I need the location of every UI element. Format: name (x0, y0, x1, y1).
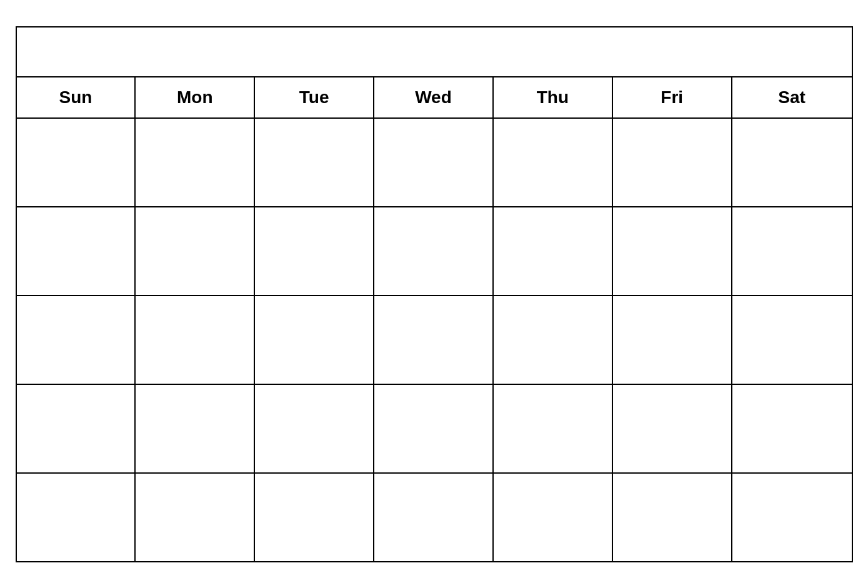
cell-row4-fri[interactable] (613, 385, 732, 472)
cell-row1-fri[interactable] (613, 119, 732, 206)
cell-row1-wed[interactable] (374, 119, 494, 206)
cell-row4-mon[interactable] (136, 385, 255, 472)
cell-row3-fri[interactable] (613, 296, 732, 384)
cell-row1-mon[interactable] (136, 119, 255, 206)
header-mon: Mon (136, 77, 255, 117)
cell-row2-sat[interactable] (732, 207, 852, 295)
cell-row4-sun[interactable] (17, 385, 136, 472)
calendar-row-5 (17, 474, 852, 561)
cell-row5-sat[interactable] (732, 474, 852, 561)
header-wed: Wed (374, 77, 494, 117)
calendar-body (17, 119, 852, 561)
cell-row2-mon[interactable] (136, 207, 255, 295)
cell-row4-wed[interactable] (374, 385, 494, 472)
header-sun: Sun (17, 77, 136, 117)
cell-row5-tue[interactable] (255, 474, 374, 561)
cell-row2-fri[interactable] (613, 207, 732, 295)
cell-row2-wed[interactable] (374, 207, 494, 295)
cell-row1-sun[interactable] (17, 119, 136, 206)
cell-row1-tue[interactable] (255, 119, 374, 206)
calendar-row-1 (17, 119, 852, 207)
calendar-header: Sun Mon Tue Wed Thu Fri Sat (17, 77, 852, 119)
cell-row4-tue[interactable] (255, 385, 374, 472)
cell-row1-sat[interactable] (732, 119, 852, 206)
calendar: Sun Mon Tue Wed Thu Fri Sat (16, 26, 853, 562)
cell-row1-thu[interactable] (494, 119, 613, 206)
header-sat: Sat (732, 77, 852, 117)
cell-row5-wed[interactable] (374, 474, 494, 561)
cell-row3-mon[interactable] (136, 296, 255, 384)
cell-row2-thu[interactable] (494, 207, 613, 295)
cell-row5-mon[interactable] (136, 474, 255, 561)
calendar-row-2 (17, 207, 852, 296)
cell-row3-sat[interactable] (732, 296, 852, 384)
calendar-row-4 (17, 385, 852, 474)
cell-row5-fri[interactable] (613, 474, 732, 561)
header-fri: Fri (613, 77, 732, 117)
cell-row5-thu[interactable] (494, 474, 613, 561)
header-thu: Thu (494, 77, 613, 117)
cell-row3-thu[interactable] (494, 296, 613, 384)
cell-row5-sun[interactable] (17, 474, 136, 561)
cell-row3-tue[interactable] (255, 296, 374, 384)
cell-row4-thu[interactable] (494, 385, 613, 472)
cell-row3-wed[interactable] (374, 296, 494, 384)
calendar-title-area (17, 27, 852, 77)
cell-row3-sun[interactable] (17, 296, 136, 384)
header-tue: Tue (255, 77, 374, 117)
cell-row2-tue[interactable] (255, 207, 374, 295)
cell-row4-sat[interactable] (732, 385, 852, 472)
calendar-row-3 (17, 296, 852, 385)
cell-row2-sun[interactable] (17, 207, 136, 295)
